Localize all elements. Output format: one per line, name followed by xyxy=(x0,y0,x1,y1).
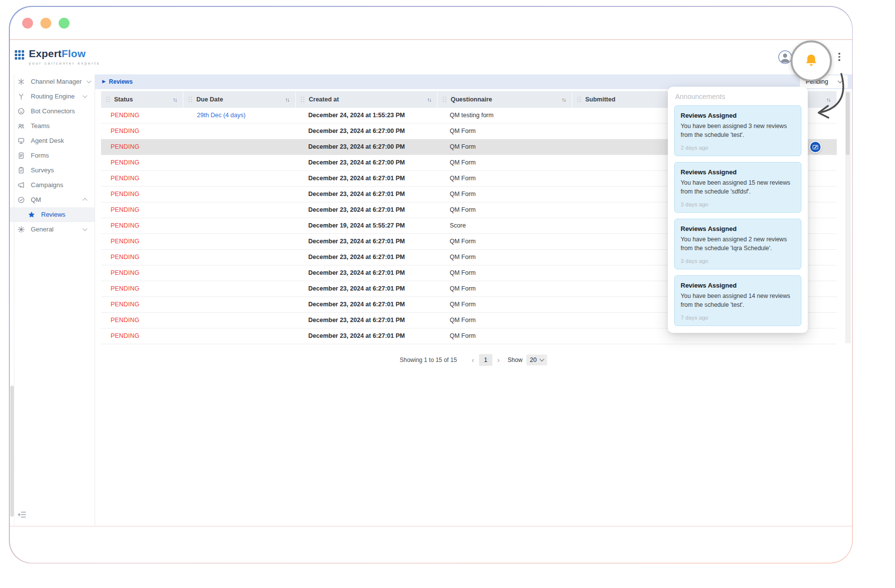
window-maximize-button[interactable] xyxy=(59,18,69,29)
sidebar-item-label: Campaigns xyxy=(31,181,64,189)
questionnaire-value: QM Form xyxy=(438,124,572,139)
questionnaire-value: QM testing form xyxy=(438,108,572,123)
sort-icon[interactable]: ↑↓ xyxy=(562,97,566,102)
due-date-link xyxy=(183,281,296,296)
pagination-next-icon[interactable]: › xyxy=(494,356,503,363)
pagination-page-button[interactable]: 1 xyxy=(479,354,492,366)
sidebar-item-surveys[interactable]: Surveys xyxy=(10,163,95,178)
sidebar-scroll-track xyxy=(14,74,14,526)
page-size-dropdown[interactable]: 20 xyxy=(526,355,547,365)
window-minimize-button[interactable] xyxy=(40,18,51,29)
pagination: Showing 1 to 15 of 15 ‹ 1 › Show 20 xyxy=(95,354,852,366)
channel-manager-icon xyxy=(17,78,26,86)
announcement-title: Reviews Assigned xyxy=(681,168,795,176)
pagination-prev-icon[interactable]: ‹ xyxy=(469,356,477,363)
status-badge: PENDING xyxy=(101,281,183,296)
routing-engine-icon xyxy=(17,93,26,100)
column-label: Status xyxy=(114,96,133,103)
breadcrumb[interactable]: ▶ Reviews xyxy=(103,78,133,85)
questionnaire-value: QM Form xyxy=(438,265,572,281)
sidebar-item-routing-engine[interactable]: Routing Engine xyxy=(10,89,95,104)
user-avatar[interactable] xyxy=(778,50,792,64)
announcement-card[interactable]: Reviews AssignedYou have been assigned 1… xyxy=(674,275,801,326)
surveys-icon xyxy=(17,166,26,174)
pagination-summary: Showing 1 to 15 of 15 xyxy=(400,357,457,363)
due-date-link[interactable]: 29th Dec (4 days) xyxy=(183,108,296,123)
column-label: Questionnaire xyxy=(451,96,492,103)
chevron-down-icon xyxy=(86,78,91,83)
created-at-value: December 23, 2024 at 6:27:01 PM xyxy=(296,234,438,249)
column-label: Created at xyxy=(309,96,339,103)
sidebar-collapse-icon[interactable] xyxy=(18,511,27,520)
status-badge: PENDING xyxy=(101,313,183,328)
sort-icon[interactable]: ↑↓ xyxy=(427,97,431,102)
sidebar-item-label: QM xyxy=(31,196,41,203)
edit-review-button[interactable] xyxy=(809,141,822,153)
table-scrollbar-thumb[interactable] xyxy=(846,92,850,155)
drag-handle-icon[interactable] xyxy=(577,97,581,102)
announcement-timestamp: 3 days ago xyxy=(681,201,795,207)
table-scrollbar-track xyxy=(845,91,851,343)
announcement-title: Reviews Assigned xyxy=(681,225,795,232)
column-label: Due Date xyxy=(197,96,223,103)
column-header-due-date[interactable]: Due Date↑↓ xyxy=(183,91,296,108)
status-badge: PENDING xyxy=(101,250,183,265)
sidebar-scroll-thumb[interactable] xyxy=(10,386,14,517)
created-at-value: December 23, 2024 at 6:27:01 PM xyxy=(296,297,438,312)
chevron-up-icon xyxy=(82,198,87,203)
created-at-value: December 19, 2024 at 5:55:27 PM xyxy=(296,218,438,233)
column-header-status[interactable]: Status↑↓ xyxy=(101,91,183,108)
window-close-button[interactable] xyxy=(22,18,33,29)
notifications-bell-button[interactable] xyxy=(791,40,832,82)
announcement-card[interactable]: Reviews AssignedYou have been assigned 1… xyxy=(674,162,801,213)
kebab-menu-icon[interactable] xyxy=(836,51,842,63)
sidebar-item-agent-desk[interactable]: Agent Desk xyxy=(10,133,95,148)
announcement-title: Reviews Assigned xyxy=(681,282,795,289)
status-badge: PENDING xyxy=(101,155,183,170)
announcement-timestamp: 7 days ago xyxy=(681,315,795,321)
due-date-link xyxy=(183,171,296,186)
created-at-value: December 23, 2024 at 6:27:00 PM xyxy=(296,139,438,155)
sort-icon[interactable]: ↑↓ xyxy=(826,97,830,102)
announcements-title: Announcements xyxy=(675,93,801,100)
pagination-show-label: Show xyxy=(508,357,522,363)
sidebar-item-label: Channel Manager xyxy=(31,78,82,85)
drag-handle-icon[interactable] xyxy=(106,97,110,102)
column-header-questionnaire[interactable]: Questionnaire↑↓ xyxy=(438,91,572,108)
created-at-value: December 23, 2024 at 6:27:01 PM xyxy=(296,171,438,186)
sidebar-item-label: Forms xyxy=(31,152,49,159)
questionnaire-value: QM Form xyxy=(438,328,572,344)
bell-icon xyxy=(803,53,820,69)
sidebar-item-teams[interactable]: Teams xyxy=(10,119,95,133)
announcement-card[interactable]: Reviews AssignedYou have been assigned 2… xyxy=(674,219,801,269)
drag-handle-icon[interactable] xyxy=(301,97,305,102)
breadcrumb-label: Reviews xyxy=(109,78,133,85)
questionnaire-value: QM Form xyxy=(438,155,572,170)
due-date-link xyxy=(183,187,296,202)
general-icon xyxy=(17,226,26,233)
announcement-card[interactable]: Reviews AssignedYou have been assigned 3… xyxy=(674,105,801,156)
questionnaire-value: QM Form xyxy=(438,234,572,249)
sidebar-item-forms[interactable]: Forms xyxy=(10,148,95,163)
sidebar-item-general[interactable]: General xyxy=(10,222,95,237)
sidebar-item-campaigns[interactable]: Campaigns xyxy=(10,178,95,193)
chevron-down-icon xyxy=(82,226,87,231)
forms-icon xyxy=(17,152,26,160)
sidebar-item-channel-manager[interactable]: Channel Manager xyxy=(10,74,95,89)
drag-handle-icon[interactable] xyxy=(443,97,447,102)
drag-handle-icon[interactable] xyxy=(188,97,192,102)
sidebar-item-reviews[interactable]: Reviews xyxy=(10,207,95,222)
sidebar-item-qm[interactable]: QM xyxy=(10,193,95,207)
announcement-body: You have been assigned 15 new reviews fr… xyxy=(681,178,795,196)
sort-icon[interactable]: ↑↓ xyxy=(173,97,177,102)
brand-name: ExpertFlow xyxy=(29,48,86,59)
status-badge: PENDING xyxy=(101,234,183,249)
sort-icon[interactable]: ↑↓ xyxy=(285,97,289,102)
sidebar-item-bot-connectors[interactable]: Bot Connectors xyxy=(10,104,95,119)
teams-icon xyxy=(17,122,26,130)
announcement-body: You have been assigned 2 new reviews fro… xyxy=(681,235,795,253)
window-titlebar xyxy=(10,7,852,40)
announcement-body: You have been assigned 3 new reviews fro… xyxy=(681,122,795,140)
created-at-value: December 23, 2024 at 6:27:01 PM xyxy=(296,187,438,202)
column-header-created-at[interactable]: Created at↑↓ xyxy=(296,91,438,108)
